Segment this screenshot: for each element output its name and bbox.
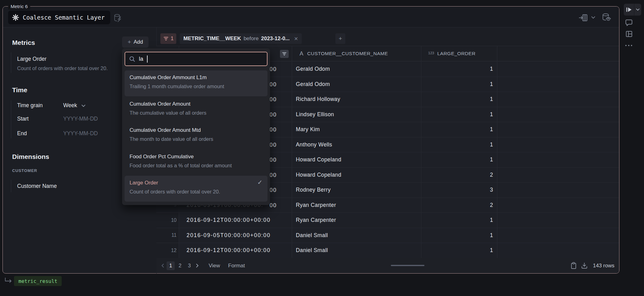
run-cell-button[interactable] (624, 7, 634, 12)
column-header-label: LARGE_ORDER (437, 51, 476, 56)
layout-split-icon[interactable] (625, 30, 633, 38)
end-date-input[interactable]: YYYY-MM-DD (63, 129, 98, 137)
cell-label: Metric 6 (8, 3, 30, 10)
metrics-indent-line (11, 52, 11, 73)
page-button[interactable]: 1 (167, 261, 175, 270)
cell-large-order: 1 (421, 213, 497, 228)
dropdown-item-desc: The month to date value of all orders (130, 135, 263, 143)
add-metric-button[interactable]: + Add (122, 36, 149, 48)
metric-item-large-order[interactable]: Large Order (17, 55, 46, 63)
add-label: Add (134, 39, 143, 45)
dropdown-item[interactable]: Food Order Pct CumulativeFood order tota… (125, 150, 268, 175)
cell-empty (497, 77, 619, 92)
metric-search-input[interactable]: la (125, 52, 268, 66)
next-page-icon[interactable] (194, 263, 201, 268)
cell-large-order: 1 (421, 228, 497, 243)
cell-empty (497, 243, 619, 258)
dimension-group-customer: CUSTOMER (12, 168, 37, 173)
column-filter-active-icon[interactable] (280, 50, 289, 58)
page-button[interactable]: 3 (185, 261, 193, 270)
run-options-chevron-icon[interactable] (634, 8, 641, 11)
dimension-item-customer-name[interactable]: Customer Name (17, 182, 57, 190)
time-heading: Time (12, 86, 27, 94)
cell-large-order: 1 (421, 243, 497, 258)
filter-icon (163, 36, 169, 41)
cell-metric-time-week: 2016-09-05T00:00:00+00:00 (179, 228, 292, 243)
empty-column-header (497, 46, 619, 61)
cell-large-order: 1 (421, 152, 497, 167)
cell-large-order: 1 (421, 137, 497, 152)
time-grain-select[interactable]: Week (63, 101, 86, 109)
dropdown-item-title: Cumulative Order Amount (130, 100, 263, 108)
format-menu[interactable]: Format (228, 263, 245, 269)
customer-name-column-header[interactable]: A CUSTOMER__CUSTOMER_NAME (292, 46, 421, 61)
cell-empty (497, 168, 619, 183)
cell-empty (497, 122, 619, 137)
cell-metric-time-week: 2016-09-12T00:00:00+00:00 (179, 213, 292, 228)
insert-table-icon[interactable] (579, 14, 588, 22)
cell-large-order: 1 (421, 62, 497, 77)
filter-count-chip[interactable]: 1 (160, 33, 176, 44)
search-icon (129, 56, 135, 62)
view-queried-data-icon[interactable] (601, 13, 612, 22)
start-date-input[interactable]: YYYY-MM-DD (63, 115, 98, 123)
cell-large-order: 1 (421, 92, 497, 107)
cell-empty (497, 228, 619, 243)
row-index: 11 (156, 228, 179, 243)
cell-customer-name: Daniel Small (292, 243, 421, 258)
result-variable-name: metric_result (18, 278, 57, 284)
cell-customer-name: Howard Copeland (292, 168, 421, 183)
time-grain-label: Time grain (17, 101, 43, 109)
filter-count: 1 (171, 36, 173, 42)
numeric-type-icon: 123 (428, 51, 434, 55)
dropdown-item[interactable]: Cumulative Order Amount MtdThe month to … (125, 123, 268, 149)
download-icon[interactable] (581, 262, 588, 269)
add-filter-button[interactable]: + (335, 33, 345, 44)
cell-customer-name: Rodney Berry (292, 183, 421, 198)
cell-empty (497, 152, 619, 167)
cell-large-order: 1 (421, 122, 497, 137)
prev-page-icon[interactable] (159, 263, 166, 268)
dropdown-item-desc: Count of orders with order total over 20… (130, 187, 263, 196)
coalesce-logo-icon (12, 14, 19, 21)
table-row: 112016-09-05T00:00:00+00:00Daniel Small1 (156, 228, 619, 243)
table-row: 122016-09-12T00:00:00+00:00Daniel Small1 (156, 243, 619, 258)
pagination-bar: 123 View Format 143 rows (156, 258, 619, 273)
metric-search-dropdown: la Cumulative Order Ammount L1mTrailing … (122, 48, 270, 205)
filter-pill[interactable]: METRIC_TIME__WEEK before 2023-12-0... ✕ (180, 33, 302, 44)
cell-customer-name: Gerald Odom (292, 62, 421, 77)
column-header-label: CUSTOMER__CUSTOMER_NAME (307, 51, 388, 56)
remove-filter-icon[interactable]: ✕ (294, 36, 298, 42)
cell-metric-time-week: 2016-09-12T00:00:00+00:00 (179, 243, 292, 258)
dropdown-item-title: Cumulative Order Ammount L1m (130, 73, 263, 82)
horizontal-scrollbar-thumb[interactable] (391, 265, 424, 266)
database-lightning-icon[interactable] (113, 13, 122, 23)
copy-table-icon[interactable] (570, 262, 577, 270)
view-menu[interactable]: View (209, 263, 220, 269)
cell-customer-name: Daniel Small (292, 228, 421, 243)
result-variable-pill[interactable]: metric_result (14, 276, 62, 286)
cell-empty (497, 92, 619, 107)
comment-icon[interactable] (625, 19, 633, 26)
run-cell-button-group (624, 4, 641, 16)
more-options-icon[interactable] (625, 44, 633, 47)
cell-empty (497, 107, 619, 122)
plus-icon: + (128, 39, 131, 45)
page-buttons: 123 (166, 261, 194, 270)
metric-item-desc: Count of orders with order total over 20… (17, 64, 108, 73)
cell-customer-name: Howard Copeland (292, 152, 421, 167)
dropdown-item[interactable]: Large OrderCount of orders with order to… (125, 176, 268, 202)
dropdown-item[interactable]: Cumulative Order Ammount L1mTrailing 1 m… (125, 70, 268, 96)
chevron-down-icon[interactable] (591, 16, 595, 19)
dropdown-item[interactable]: Cumulative Order AmountThe cumulative va… (125, 97, 268, 123)
search-query: la (139, 56, 143, 62)
page-button[interactable]: 2 (176, 261, 184, 270)
table-row: 102016-09-12T00:00:00+00:00Ryan Carpente… (156, 213, 619, 228)
output-arrow-icon (4, 277, 12, 285)
cell-customer-name: Anthony Wells (292, 137, 421, 152)
semantic-layer-title-pill: Coalesce Semantic Layer (8, 11, 110, 24)
large-order-column-header[interactable]: 123 LARGE_ORDER (421, 46, 497, 61)
metrics-heading: Metrics (12, 39, 35, 47)
dimensions-heading: Dimensions (12, 153, 49, 161)
time-indent-line (11, 100, 11, 138)
